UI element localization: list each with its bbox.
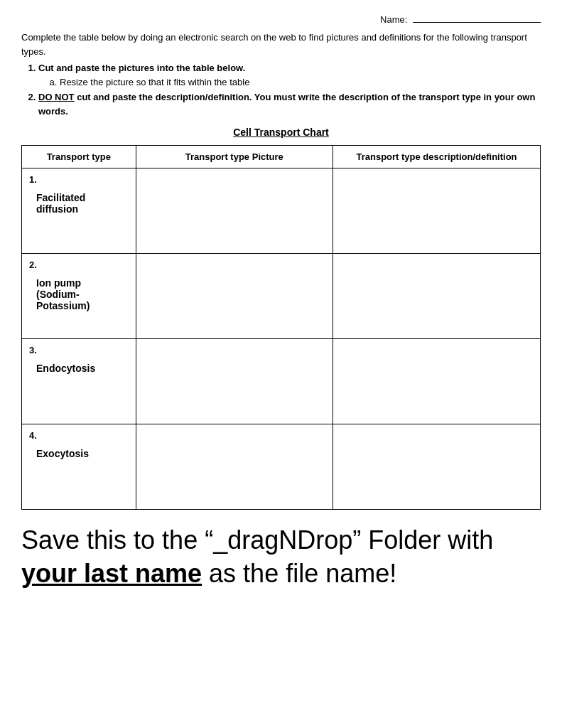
footer-text-normal: Save this to the “_dragNDrop” Folder wit… xyxy=(21,525,493,555)
instruction-step-1: Cut and paste the pictures into the tabl… xyxy=(38,61,541,89)
chart-title: Cell Transport Chart xyxy=(21,127,541,138)
row1-picture xyxy=(136,168,333,254)
row2-picture xyxy=(136,254,333,339)
row4-type: 4. Exocytosis xyxy=(22,424,136,510)
do-not-text: DO NOT xyxy=(38,92,75,102)
row3-number: 3. xyxy=(29,345,129,355)
row1-name: Facilitated diffusion xyxy=(29,192,129,215)
row2-number: 2. xyxy=(29,259,129,270)
table-row: 2. Ion pump (Sodium- Potassium) xyxy=(22,254,541,339)
row2-description xyxy=(333,254,540,339)
row3-picture xyxy=(136,339,333,424)
header-transport-picture: Transport type Picture xyxy=(136,146,333,168)
table-row: 4. Exocytosis xyxy=(22,424,541,510)
header-transport-type: Transport type xyxy=(22,146,136,168)
step-2-text: cut and paste the description/definition… xyxy=(38,92,535,117)
header-transport-description: Transport type description/definition xyxy=(333,146,540,168)
row4-number: 4. xyxy=(29,430,129,441)
row3-name: Endocytosis xyxy=(29,363,129,374)
footer-text-end: as the file name! xyxy=(202,559,396,588)
table-header-row: Transport type Transport type Picture Tr… xyxy=(22,146,541,168)
instructions-block: Complete the table below by doing an ele… xyxy=(21,31,541,118)
row4-picture xyxy=(136,424,333,510)
row1-number: 1. xyxy=(29,174,129,185)
row2-name: Ion pump (Sodium- Potassium) xyxy=(29,277,129,311)
row4-name: Exocytosis xyxy=(29,448,129,459)
name-underline xyxy=(413,22,541,23)
intro-text: Complete the table below by doing an ele… xyxy=(21,31,541,58)
row3-type: 3. Endocytosis xyxy=(22,339,136,424)
transport-table: Transport type Transport type Picture Tr… xyxy=(21,145,541,510)
row1-type: 1. Facilitated diffusion xyxy=(22,168,136,254)
footer-block: Save this to the “_dragNDrop” Folder wit… xyxy=(21,524,541,591)
footer-text-bold-underline: your last name xyxy=(21,559,202,588)
name-line: Name: xyxy=(21,14,541,25)
row1-description xyxy=(333,168,540,254)
instruction-step-1a: Resize the picture so that it fits withi… xyxy=(60,75,541,90)
table-row: 1. Facilitated diffusion xyxy=(22,168,541,254)
instruction-step-2: DO NOT cut and paste the description/def… xyxy=(38,90,541,118)
table-row: 3. Endocytosis xyxy=(22,339,541,424)
name-label: Name: xyxy=(380,14,407,25)
row4-description xyxy=(333,424,540,510)
row3-description xyxy=(333,339,540,424)
row2-type: 2. Ion pump (Sodium- Potassium) xyxy=(22,254,136,339)
